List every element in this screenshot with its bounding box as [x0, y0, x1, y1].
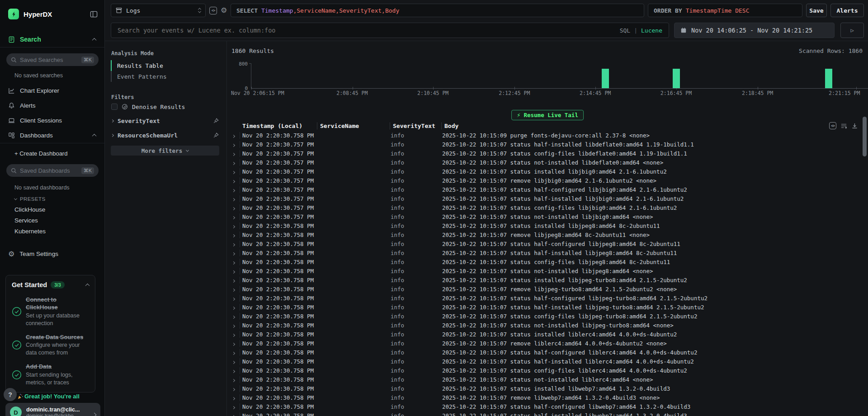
row-expand-chevron[interactable] — [231, 132, 240, 139]
row-expand-chevron[interactable] — [231, 304, 240, 311]
histogram-bar[interactable] — [825, 69, 832, 88]
row-expand-chevron[interactable] — [231, 195, 240, 202]
row-expand-chevron[interactable] — [231, 394, 240, 401]
table-row[interactable]: Nov 20 2:20:30.757 PM info 2025-10-22 10… — [227, 194, 868, 203]
table-row[interactable]: Nov 20 2:20:30.758 PM info 2025-10-22 10… — [227, 339, 868, 348]
user-profile[interactable]: D dominic.tran@clic... dominic.tran@clic… — [5, 403, 100, 416]
create-dashboard-button[interactable]: + Create Dashboard — [0, 148, 105, 159]
table-row[interactable]: Nov 20 2:20:30.757 PM info 2025-10-22 10… — [227, 176, 868, 185]
row-expand-chevron[interactable] — [231, 186, 240, 193]
row-expand-chevron[interactable] — [231, 177, 240, 184]
pin-icon[interactable] — [213, 132, 219, 138]
row-expand-chevron[interactable] — [231, 250, 240, 256]
row-expand-chevron[interactable] — [231, 340, 240, 347]
help-button[interactable]: ? — [4, 388, 17, 401]
lang-lucene[interactable]: Lucene — [641, 27, 662, 34]
preset-item[interactable]: ClickHouse — [0, 204, 105, 215]
row-expand-chevron[interactable] — [231, 403, 240, 410]
table-row[interactable]: Nov 20 2:20:30.757 PM info 2025-10-22 10… — [227, 140, 868, 149]
select-clause-input[interactable]: SELECTTimestamp,ServiceName,SeverityText… — [231, 4, 644, 17]
events-histogram[interactable] — [251, 63, 868, 89]
row-expand-chevron[interactable] — [231, 222, 240, 229]
table-row[interactable]: Nov 20 2:20:30.758 PM info 2025-10-22 10… — [227, 402, 868, 411]
raw-view-icon[interactable]: <> — [829, 122, 836, 129]
row-expand-chevron[interactable] — [231, 259, 240, 265]
row-expand-chevron[interactable] — [231, 331, 240, 338]
row-expand-chevron[interactable] — [231, 204, 240, 211]
table-row[interactable]: Nov 20 2:20:30.757 PM info 2025-10-22 10… — [227, 203, 868, 212]
row-expand-chevron[interactable] — [231, 213, 240, 220]
sidebar-item-search[interactable]: Search — [0, 33, 105, 46]
table-row[interactable]: Nov 20 2:20:30.758 PM info 2025-10-22 10… — [227, 221, 868, 230]
table-row[interactable]: Nov 20 2:20:30.758 PM info 2025-10-22 10… — [227, 312, 868, 321]
chevron-up-icon[interactable] — [85, 283, 90, 288]
row-expand-chevron[interactable] — [231, 159, 240, 166]
table-row[interactable]: Nov 20 2:20:30.757 PM info 2025-10-22 10… — [227, 149, 868, 158]
sidebar-item-team-settings[interactable]: ⚙ Team Settings — [0, 247, 105, 260]
row-expand-chevron[interactable] — [231, 168, 240, 175]
save-button[interactable]: Save — [806, 4, 827, 17]
lang-sql[interactable]: SQL — [620, 27, 630, 34]
row-expand-chevron[interactable] — [231, 385, 240, 392]
row-expand-chevron[interactable] — [231, 232, 240, 238]
table-row[interactable]: Nov 20 2:20:30.758 PM info 2025-10-22 10… — [227, 257, 868, 266]
presets-header[interactable]: PRESETS — [0, 195, 105, 203]
col-body[interactable]: Body — [441, 123, 850, 129]
table-row[interactable]: Nov 20 2:20:30.757 PM info 2025-10-22 10… — [227, 158, 868, 167]
table-row[interactable]: Nov 20 2:20:30.757 PM info 2025-10-22 10… — [227, 212, 868, 221]
chevron-up-icon[interactable] — [92, 133, 97, 138]
sidebar-item-alerts[interactable]: Alerts — [0, 99, 105, 112]
col-servicename[interactable]: ServiceName — [317, 123, 390, 129]
row-expand-chevron[interactable] — [231, 150, 240, 157]
row-expand-chevron[interactable] — [231, 349, 240, 356]
histogram-bar[interactable] — [602, 69, 609, 88]
date-range-picker[interactable]: Nov 20 14:06:25 - Nov 20 14:21:25 — [674, 23, 835, 38]
filter-group[interactable]: SeverityText — [105, 113, 226, 128]
get-started-item[interactable]: Connect to ClickHouse Set up your databa… — [12, 296, 89, 327]
table-row[interactable]: Nov 20 2:20:30.758 PM info 2025-10-22 10… — [227, 275, 868, 284]
checkbox[interactable] — [111, 104, 118, 110]
table-row[interactable]: Nov 20 2:20:30.758 PM info 2025-10-22 10… — [227, 303, 868, 312]
sidebar-item-chart-explorer[interactable]: Chart Explorer — [0, 84, 105, 97]
code-view-button[interactable]: <> — [209, 7, 217, 14]
denoise-results-toggle[interactable]: Denoise Results — [111, 102, 185, 111]
row-expand-chevron[interactable] — [231, 412, 240, 416]
mode-results-table[interactable]: Results Table — [111, 60, 226, 71]
event-search-field[interactable] — [118, 27, 620, 34]
table-row[interactable]: Nov 20 2:20:30.758 PM info 2025-10-22 10… — [227, 348, 868, 357]
col-severitytext[interactable]: SeverityText — [390, 123, 441, 129]
table-row[interactable]: Nov 20 2:20:30.758 PM info 2025-10-22 10… — [227, 131, 868, 140]
order-by-input[interactable]: ORDER BYTimestampTime DESC — [648, 4, 802, 17]
row-expand-chevron[interactable] — [231, 268, 240, 274]
table-row[interactable]: Nov 20 2:20:30.758 PM info 2025-10-22 10… — [227, 321, 868, 330]
table-row[interactable]: Nov 20 2:20:30.758 PM info 2025-10-22 10… — [227, 330, 868, 339]
more-filters-button[interactable]: More filters — [111, 146, 219, 156]
chevron-up-icon[interactable] — [92, 38, 97, 42]
sidebar-item-dashboards[interactable]: Dashboards — [0, 129, 105, 142]
saved-searches-field[interactable] — [20, 57, 78, 63]
saved-dashboards-field[interactable] — [20, 167, 78, 174]
table-row[interactable]: Nov 20 2:20:30.758 PM info 2025-10-22 10… — [227, 284, 868, 293]
get-started-item[interactable]: Create Data Sources Configure where your… — [12, 334, 89, 357]
sidebar-item-client-sessions[interactable]: Client Sessions — [0, 114, 105, 127]
run-query-button[interactable]: ▷ — [840, 23, 864, 38]
query-language-toggle[interactable]: SQL | Lucene — [620, 23, 662, 38]
table-row[interactable]: Nov 20 2:20:30.758 PM info 2025-10-22 10… — [227, 366, 868, 375]
filter-group[interactable]: ResourceSchemaUrl — [105, 128, 226, 142]
settings-gear-button[interactable]: ⚙ — [221, 6, 227, 14]
preset-item[interactable]: Services — [0, 215, 105, 226]
table-row[interactable]: Nov 20 2:20:30.758 PM info 2025-10-22 10… — [227, 393, 868, 402]
table-row[interactable]: Nov 20 2:20:30.758 PM info 2025-10-22 10… — [227, 266, 868, 275]
table-row[interactable]: Nov 20 2:20:30.758 PM info 2025-10-22 10… — [227, 248, 868, 257]
row-expand-chevron[interactable] — [231, 376, 240, 383]
scrollbar-thumb[interactable] — [863, 117, 867, 156]
preset-item[interactable]: Kubernetes — [0, 226, 105, 236]
get-started-item[interactable]: Add Data Start sending logs, metrics, or… — [12, 363, 89, 387]
row-expand-chevron[interactable] — [231, 295, 240, 302]
histogram-bar[interactable] — [673, 69, 680, 88]
table-row[interactable]: Nov 20 2:20:30.758 PM info 2025-10-22 10… — [227, 230, 868, 239]
row-expand-chevron[interactable] — [231, 367, 240, 374]
table-row[interactable]: Nov 20 2:20:30.758 PM info 2025-10-22 10… — [227, 375, 868, 384]
table-row[interactable]: Nov 20 2:20:30.757 PM info 2025-10-22 10… — [227, 167, 868, 176]
saved-searches-input[interactable]: ⌘K — [6, 53, 99, 66]
